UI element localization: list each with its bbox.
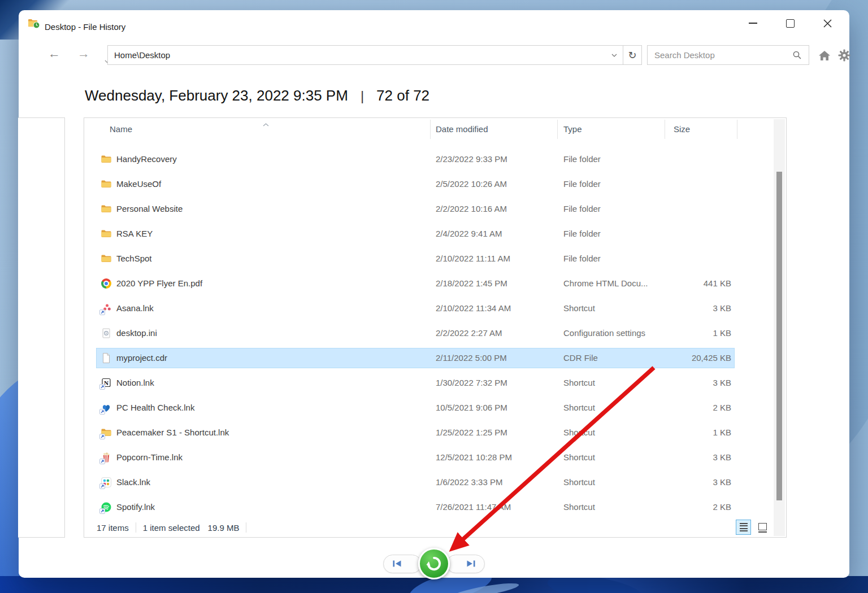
search-input[interactable]: Search Desktop (647, 45, 809, 65)
restore-icon (426, 555, 442, 572)
settings-button[interactable] (838, 49, 850, 62)
file-name: Peacemaker S1 - Shortcut.lnk (116, 428, 229, 437)
content-view-button[interactable] (755, 520, 770, 535)
item-count: 17 items (97, 523, 129, 533)
table-row[interactable]: Popcorn-Time.lnk 12/5/2021 10:28 PM Shor… (96, 447, 735, 468)
file-date-modified: 2/18/2022 1:45 PM (436, 278, 507, 288)
vertical-scrollbar[interactable] (774, 119, 785, 536)
table-row[interactable]: Spotify.lnk 7/26/2021 11:47 AM Shortcut … (96, 497, 735, 517)
file-size: 3 KB (713, 303, 731, 313)
column-header-name[interactable]: Name (110, 124, 132, 134)
table-row[interactable]: N Notion.lnk 1/30/2022 7:32 PM Shortcut … (96, 373, 735, 393)
column-header-type[interactable]: Type (563, 124, 582, 134)
table-row[interactable]: Personal Website 2/2/2022 10:16 AM File … (96, 199, 735, 219)
column-divider[interactable] (557, 120, 558, 139)
selection-count: 1 item selected (143, 523, 200, 533)
address-bar[interactable]: Home\Desktop ↻ (107, 45, 642, 65)
cdr-icon (101, 352, 112, 364)
forward-arrow-icon[interactable]: → (77, 47, 90, 60)
column-divider[interactable] (665, 120, 665, 139)
heading-divider: | (361, 88, 364, 104)
close-button[interactable] (809, 10, 846, 36)
home-icon (818, 50, 831, 62)
previous-version-icon (392, 560, 403, 568)
file-date-modified: 2/23/2022 9:33 PM (436, 154, 507, 164)
file-name: HandyRecovery (116, 154, 177, 164)
table-row[interactable]: Slack.lnk 1/6/2022 3:33 PM Shortcut 3 KB (96, 472, 735, 492)
table-row[interactable]: TechSpot 2/10/2022 11:11 AM File folder (96, 248, 735, 269)
file-type: Shortcut (563, 428, 595, 437)
scrollbar-thumb[interactable] (776, 172, 782, 500)
file-name: PC Health Check.lnk (116, 403, 194, 412)
file-name: TechSpot (116, 254, 152, 263)
file-type: File folder (563, 229, 601, 238)
file-size: 3 KB (713, 452, 731, 462)
column-header-date-modified[interactable]: Date modified (436, 124, 488, 134)
file-type: Shortcut (563, 403, 595, 412)
file-size: 2 KB (713, 403, 731, 412)
table-row[interactable]: RSA KEY 2/4/2022 9:41 AM File folder (96, 224, 735, 244)
table-row[interactable]: PC Health Check.lnk 10/5/2021 9:06 PM Sh… (96, 398, 735, 418)
file-size: 20,425 KB (692, 353, 731, 363)
file-name: RSA KEY (116, 229, 153, 238)
table-row[interactable]: Asana.lnk 2/10/2022 11:34 AM Shortcut 3 … (96, 298, 735, 319)
table-row[interactable]: desktop.ini 2/2/2022 2:27 AM Configurati… (96, 323, 735, 343)
file-name: Popcorn-Time.lnk (116, 452, 183, 462)
file-size: 1 KB (713, 428, 731, 437)
file-date-modified: 12/5/2021 10:28 PM (436, 452, 512, 462)
file-date-modified: 2/2/2022 10:16 AM (436, 204, 507, 213)
maximize-icon (786, 19, 795, 28)
table-row[interactable]: HandyRecovery 2/23/2022 9:33 PM File fol… (96, 149, 735, 169)
folder-icon (101, 154, 112, 165)
selection-size: 19.9 MB (208, 523, 240, 533)
pchealth-icon (101, 402, 112, 413)
file-date-modified: 2/5/2022 10:26 AM (436, 179, 507, 189)
file-name: Personal Website (116, 204, 183, 213)
file-type: CDR File (563, 353, 598, 363)
table-row[interactable]: Peacemaker S1 - Shortcut.lnk 1/25/2022 1… (96, 422, 735, 443)
file-date-modified: 1/6/2022 3:33 PM (436, 477, 502, 487)
minimize-button[interactable] (734, 10, 771, 36)
column-divider[interactable] (430, 120, 431, 139)
minimize-icon (749, 23, 757, 24)
file-type: Shortcut (563, 378, 595, 387)
file-name: Slack.lnk (116, 477, 150, 487)
snapshot-date: Wednesday, February 23, 2022 9:35 PM (85, 87, 348, 104)
close-icon (823, 19, 832, 28)
table-row[interactable]: MakeUseOf 2/5/2022 10:26 AM File folder (96, 174, 735, 194)
gear-icon (838, 49, 850, 62)
file-type: File folder (563, 254, 601, 263)
shortcut-overlay-icon (99, 483, 105, 489)
maximize-button[interactable] (771, 10, 809, 36)
file-name: myproject.cdr (116, 353, 167, 363)
column-divider[interactable] (737, 120, 737, 139)
back-arrow-icon[interactable]: ← (48, 47, 60, 60)
shortcut-overlay-icon (99, 508, 105, 514)
file-date-modified: 7/26/2021 11:47 AM (436, 502, 511, 512)
search-icon[interactable] (792, 50, 802, 60)
file-type: File folder (563, 154, 601, 164)
next-version-button[interactable] (446, 555, 485, 573)
column-header-size[interactable]: Size (674, 124, 690, 134)
file-type: Shortcut (563, 452, 595, 462)
previous-version-button[interactable] (383, 555, 422, 573)
file-date-modified: 2/2/2022 2:27 AM (436, 328, 502, 338)
restore-button[interactable] (418, 548, 450, 579)
address-dropdown-chevron-icon[interactable] (606, 46, 623, 64)
details-view-icon (740, 523, 748, 532)
status-bar: 17 items 1 item selected 19.9 MB (84, 518, 786, 537)
file-history-window: Desktop - File History ← → ↑ Home\Deskto… (19, 10, 849, 578)
refresh-button[interactable]: ↻ (623, 46, 641, 64)
file-type: Chrome HTML Docu... (563, 278, 648, 288)
status-divider (136, 522, 136, 533)
details-view-button[interactable] (736, 520, 751, 535)
table-row[interactable]: 2020 YPP Flyer En.pdf 2/18/2022 1:45 PM … (96, 273, 735, 294)
table-row[interactable]: myproject.cdr 2/11/2022 5:00 PM CDR File… (96, 348, 735, 368)
file-type: Configuration settings (563, 328, 645, 338)
restore-navigation (19, 548, 849, 579)
notion-icon: N (101, 377, 112, 389)
popcorn-icon (101, 452, 112, 463)
file-type: Shortcut (563, 477, 595, 487)
file-name: Asana.lnk (116, 303, 154, 313)
home-button[interactable] (818, 50, 831, 62)
